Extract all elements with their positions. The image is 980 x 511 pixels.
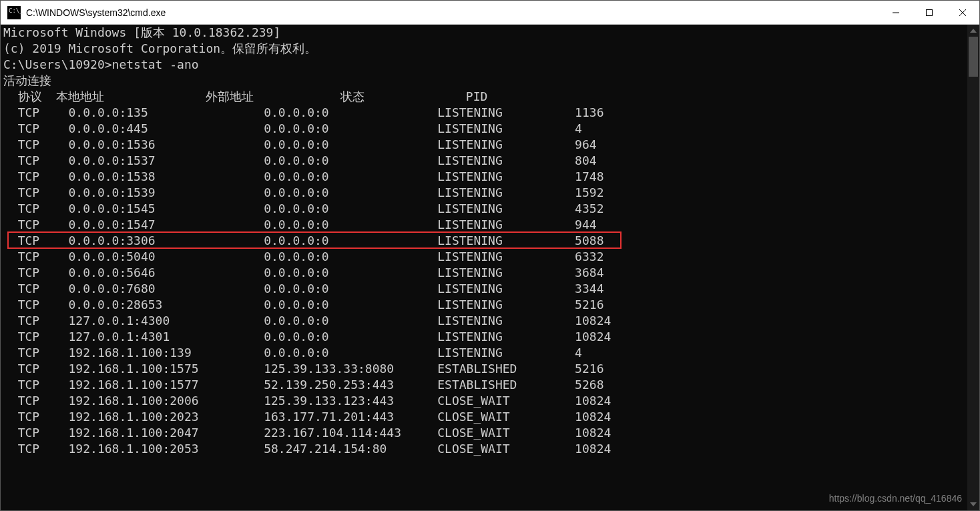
table-row: TCP 192.168.1.100:139 0.0.0.0:0 LISTENIN… xyxy=(3,345,967,361)
terminal-line: Microsoft Windows [版本 10.0.18362.239] xyxy=(3,25,967,41)
table-row: TCP 0.0.0.0:1538 0.0.0.0:0 LISTENING 174… xyxy=(3,169,967,185)
table-row: TCP 192.168.1.100:1577 52.139.250.253:44… xyxy=(3,377,967,393)
cmd-window: C:\WINDOWS\system32\cmd.exe Microsoft Wi… xyxy=(0,0,980,511)
scroll-up-arrow[interactable] xyxy=(967,25,979,37)
section-title: 活动连接 xyxy=(3,73,967,89)
table-row: TCP 192.168.1.100:2047 223.167.104.114:4… xyxy=(3,425,967,441)
table-row: TCP 0.0.0.0:1545 0.0.0.0:0 LISTENING 435… xyxy=(3,201,967,217)
table-row: TCP 0.0.0.0:1536 0.0.0.0:0 LISTENING 964 xyxy=(3,137,967,153)
close-button[interactable] xyxy=(946,1,979,24)
vertical-scrollbar[interactable] xyxy=(967,25,979,510)
table-row-highlighted: TCP 0.0.0.0:3306 0.0.0.0:0 LISTENING 508… xyxy=(3,233,967,249)
table-row: TCP 192.168.1.100:2023 163.177.71.201:44… xyxy=(3,409,967,425)
table-row: TCP 0.0.0.0:7680 0.0.0.0:0 LISTENING 334… xyxy=(3,281,967,297)
table-row: TCP 0.0.0.0:1547 0.0.0.0:0 LISTENING 944 xyxy=(3,217,967,233)
table-row: TCP 0.0.0.0:1537 0.0.0.0:0 LISTENING 804 xyxy=(3,153,967,169)
svg-rect-1 xyxy=(927,9,933,15)
titlebar[interactable]: C:\WINDOWS\system32\cmd.exe xyxy=(1,1,979,25)
svg-marker-5 xyxy=(970,502,977,506)
table-row: TCP 192.168.1.100:1575 125.39.133.33:808… xyxy=(3,361,967,377)
table-row: TCP 0.0.0.0:445 0.0.0.0:0 LISTENING 4 xyxy=(3,121,967,137)
highlight-box xyxy=(7,231,622,249)
terminal-area: Microsoft Windows [版本 10.0.18362.239](c)… xyxy=(1,25,979,510)
table-row: TCP 0.0.0.0:1539 0.0.0.0:0 LISTENING 159… xyxy=(3,185,967,201)
scroll-down-arrow[interactable] xyxy=(967,498,979,510)
terminal-line: (c) 2019 Microsoft Corporation。保留所有权利。 xyxy=(3,41,967,57)
table-row: TCP 0.0.0.0:5646 0.0.0.0:0 LISTENING 368… xyxy=(3,265,967,281)
table-row: TCP 0.0.0.0:5040 0.0.0.0:0 LISTENING 633… xyxy=(3,249,967,265)
scroll-thumb[interactable] xyxy=(969,37,978,77)
prompt-line: C:\Users\10920>netstat -ano xyxy=(3,57,967,73)
terminal-output[interactable]: Microsoft Windows [版本 10.0.18362.239](c)… xyxy=(1,25,967,510)
maximize-button[interactable] xyxy=(913,1,946,24)
window-title: C:\WINDOWS\system32\cmd.exe xyxy=(26,7,879,18)
watermark: https://blog.csdn.net/qq_416846 xyxy=(829,490,962,506)
table-row: TCP 127.0.0.1:4301 0.0.0.0:0 LISTENING 1… xyxy=(3,329,967,345)
cmd-icon xyxy=(7,6,21,19)
table-header: 协议 本地地址 外部地址 状态 PID xyxy=(3,89,967,105)
table-row: TCP 127.0.0.1:4300 0.0.0.0:0 LISTENING 1… xyxy=(3,313,967,329)
table-row: TCP 192.168.1.100:2053 58.247.214.154:80… xyxy=(3,441,967,457)
table-row: TCP 0.0.0.0:135 0.0.0.0:0 LISTENING 1136 xyxy=(3,105,967,121)
window-controls xyxy=(879,1,979,24)
minimize-button[interactable] xyxy=(879,1,913,24)
table-row: TCP 192.168.1.100:2006 125.39.133.123:44… xyxy=(3,393,967,409)
svg-marker-4 xyxy=(970,29,977,33)
table-row: TCP 0.0.0.0:28653 0.0.0.0:0 LISTENING 52… xyxy=(3,297,967,313)
